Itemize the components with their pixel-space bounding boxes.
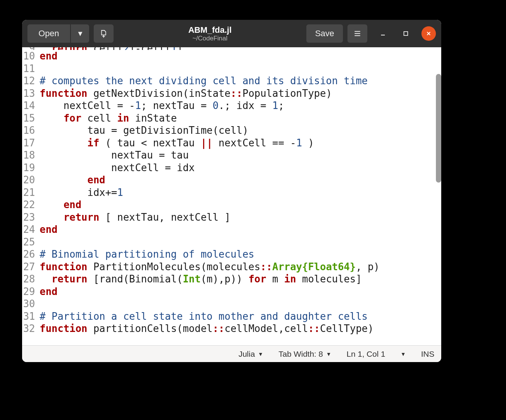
close-icon (426, 30, 432, 37)
line-number: 25 (22, 236, 35, 248)
title-area: ABM_fda.jl ~/CodeFinal (118, 25, 302, 42)
line-number: 15 (22, 112, 35, 125)
line-number: 16 (22, 124, 35, 137)
code-line[interactable]: # computes the next dividing cell and it… (40, 75, 441, 87)
scrollbar-thumb[interactable] (436, 74, 441, 183)
code-content[interactable]: return cell[2]-cell[1]end# computes the … (37, 47, 441, 345)
line-number: 28 (22, 273, 35, 285)
line-number: 26 (22, 248, 35, 261)
code-line[interactable]: return cell[2]-cell[1] (40, 47, 441, 50)
chevron-down-icon: ▾ (78, 29, 82, 38)
line-number: 20 (22, 174, 35, 186)
line-number: 31 (22, 310, 35, 323)
code-line[interactable] (40, 236, 441, 248)
code-line[interactable]: # Binomial partitioning of molecules (40, 248, 441, 261)
line-number-gutter: 9101112131415161718192021222324252627282… (22, 47, 37, 345)
tab-width-selector[interactable]: Tab Width: 8 ▼ (279, 349, 331, 359)
open-recent-dropdown[interactable]: ▾ (71, 24, 89, 43)
code-line[interactable] (40, 63, 441, 75)
cursor-position[interactable]: Ln 1, Col 1 (347, 349, 386, 359)
line-number: 30 (22, 298, 35, 310)
code-line[interactable]: # Partition a cell state into mother and… (40, 310, 441, 323)
line-number: 32 (22, 322, 35, 335)
line-number: 13 (22, 87, 35, 100)
code-line[interactable]: idx+=1 (40, 186, 441, 199)
chevron-down-icon: ▼ (400, 351, 406, 357)
code-line[interactable]: end (40, 223, 441, 236)
titlebar: Open ▾ ABM_fda.jl ~/CodeFinal Save (22, 20, 441, 47)
line-number: 10 (22, 50, 35, 63)
line-number: 27 (22, 261, 35, 273)
line-number: 18 (22, 149, 35, 162)
new-tab-button[interactable] (94, 24, 114, 43)
statusbar: Julia ▼ Tab Width: 8 ▼ Ln 1, Col 1 ▼ INS (22, 345, 441, 362)
close-button[interactable] (421, 26, 436, 41)
line-number: 24 (22, 223, 35, 236)
goto-line-dropdown[interactable]: ▼ (400, 351, 406, 357)
svg-rect-0 (404, 32, 408, 35)
new-document-icon (99, 29, 108, 38)
line-number: 19 (22, 162, 35, 174)
line-number: 29 (22, 285, 35, 298)
cursor-position-label: Ln 1, Col 1 (347, 349, 386, 359)
line-number: 23 (22, 211, 35, 224)
hamburger-icon (353, 29, 362, 38)
chevron-down-icon: ▼ (258, 351, 263, 357)
insert-mode[interactable]: INS (421, 349, 434, 359)
code-line[interactable]: return [rand(Binomial(Int(m),p)) for m i… (40, 273, 441, 285)
chevron-down-icon: ▼ (326, 351, 331, 357)
editor-area[interactable]: 9101112131415161718192021222324252627282… (22, 47, 441, 345)
line-number: 14 (22, 99, 35, 112)
line-number: 21 (22, 186, 35, 199)
line-number: 22 (22, 199, 35, 211)
minimize-button[interactable] (376, 26, 390, 41)
line-number: 17 (22, 137, 35, 149)
code-line[interactable]: tau = getDivisionTime(cell) (40, 124, 441, 137)
open-button-group: Open ▾ (27, 24, 89, 43)
document-title: ABM_fda.jl (118, 25, 302, 35)
hamburger-menu-button[interactable] (347, 24, 367, 43)
code-line[interactable]: nextCell = idx (40, 162, 441, 174)
code-line[interactable]: function getNextDivision(inState::Popula… (40, 87, 441, 100)
line-number: 12 (22, 75, 35, 87)
code-line[interactable] (40, 298, 441, 310)
line-number: 11 (22, 63, 35, 75)
document-path: ~/CodeFinal (118, 35, 302, 42)
tab-width-label: Tab Width: 8 (279, 349, 323, 359)
code-line[interactable]: for cell in inState (40, 112, 441, 125)
maximize-button[interactable] (399, 26, 413, 41)
minimize-icon (380, 30, 386, 37)
code-line[interactable]: if ( tau < nextTau || nextCell == -1 ) (40, 137, 441, 149)
language-selector[interactable]: Julia ▼ (239, 349, 263, 359)
line-number: 9 (22, 47, 35, 50)
open-button[interactable]: Open (27, 24, 70, 43)
code-line[interactable]: return [ nextTau, nextCell ] (40, 211, 441, 224)
code-line[interactable]: end (40, 199, 441, 211)
code-line[interactable]: end (40, 174, 441, 186)
code-line[interactable]: end (40, 285, 441, 298)
language-label: Julia (239, 349, 255, 359)
code-line[interactable]: nextCell = -1; nextTau = 0.; idx = 1; (40, 99, 441, 112)
code-line[interactable]: function PartitionMolecules(molecules::A… (40, 261, 441, 273)
insert-mode-label: INS (421, 349, 434, 359)
code-line[interactable]: nextTau = tau (40, 149, 441, 162)
maximize-icon (403, 30, 409, 37)
code-line[interactable]: function partitionCells(model::cellModel… (40, 322, 441, 335)
code-line[interactable]: end (40, 50, 441, 63)
save-button[interactable]: Save (306, 24, 343, 43)
editor-window: Open ▾ ABM_fda.jl ~/CodeFinal Save 91011… (22, 20, 441, 362)
